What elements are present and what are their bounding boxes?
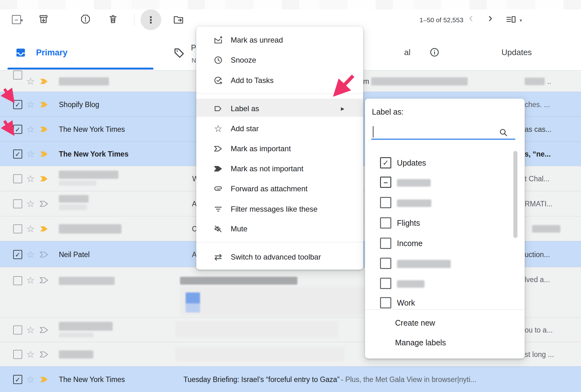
select-dropdown-caret-icon[interactable]: ▾ xyxy=(21,18,23,23)
importance-marker-outline-icon[interactable] xyxy=(39,327,49,333)
importance-marker-icon[interactable] xyxy=(39,225,49,232)
menu-item-label-as[interactable]: Label as xyxy=(196,100,363,117)
row-checkbox[interactable] xyxy=(13,174,22,183)
label-option-work[interactable]: Work xyxy=(365,293,525,309)
move-to-folder-icon xyxy=(173,14,184,25)
tab-updates[interactable]: Updates xyxy=(416,31,573,70)
star-toggle[interactable]: ☆ xyxy=(26,149,35,159)
importance-marker-outline-icon[interactable] xyxy=(39,251,49,258)
redacted-label xyxy=(397,280,424,288)
menu-item-mute[interactable]: Mute xyxy=(196,220,363,237)
sender-name: The New York Times xyxy=(59,125,125,134)
row-checkbox[interactable] xyxy=(13,350,22,359)
row-checkbox[interactable] xyxy=(13,199,22,209)
label-search-input[interactable] xyxy=(371,124,515,139)
importance-marker-outline-icon[interactable] xyxy=(39,200,49,207)
checkbox-unchecked-icon[interactable] xyxy=(380,197,391,208)
archive-button[interactable] xyxy=(38,14,49,24)
redacted-label xyxy=(397,260,451,268)
row-checkbox[interactable] xyxy=(13,70,22,80)
checkbox-unchecked-icon[interactable] xyxy=(380,238,391,249)
star-toggle[interactable]: ☆ xyxy=(26,250,35,259)
star-toggle[interactable]: ☆ xyxy=(26,224,35,234)
menu-item-add-to-tasks[interactable]: Add to Tasks xyxy=(196,72,363,89)
importance-marker-icon[interactable] xyxy=(39,101,49,108)
label-option-redacted[interactable] xyxy=(365,254,525,273)
menu-item-mark-as-unread[interactable]: Mark as unread xyxy=(196,32,363,49)
row-checkbox[interactable] xyxy=(13,325,22,334)
importance-marker-outline-icon[interactable] xyxy=(39,351,49,358)
row-checkbox-checked[interactable]: ✓ xyxy=(13,125,22,134)
redacted-sender xyxy=(59,195,89,203)
sender-name: The New York Times xyxy=(59,150,128,158)
older-page-chevron[interactable]: › xyxy=(488,12,492,24)
star-toggle[interactable]: ☆ xyxy=(26,276,35,285)
info-icon[interactable] xyxy=(429,47,440,58)
star-toggle[interactable]: ☆ xyxy=(26,199,35,209)
snippet-fragment: RMATI... xyxy=(525,200,553,208)
more-options-button-visual[interactable]: ⋮ xyxy=(141,9,161,30)
star-toggle[interactable]: ☆ xyxy=(26,125,35,134)
label-option-redacted[interactable] xyxy=(365,274,525,293)
split-pane-toggle[interactable] xyxy=(505,14,517,25)
menu-item-mark-as-not-important[interactable]: Mark as not important xyxy=(196,160,363,177)
email-row-selected[interactable]: ✓ ☆ The New York Times Tuesday Briefing:… xyxy=(0,366,581,392)
importance-marker-icon[interactable] xyxy=(39,126,49,133)
report-spam-button[interactable] xyxy=(80,14,91,24)
importance-marker-icon[interactable] xyxy=(39,175,49,182)
split-pane-caret-icon[interactable]: ▾ xyxy=(520,18,522,23)
label-option-updates[interactable]: ✓ Updates xyxy=(365,153,525,173)
menu-item-snooze[interactable]: Snooze xyxy=(196,52,363,69)
checkbox-checked-icon[interactable]: ✓ xyxy=(380,157,391,168)
mute-icon xyxy=(213,224,223,234)
email-subject: Tuesday Briefing: Israel’s “forceful ent… xyxy=(183,375,340,384)
manage-labels-button[interactable]: Manage labels xyxy=(395,338,446,347)
row-checkbox[interactable] xyxy=(13,224,22,234)
importance-marker-icon[interactable] xyxy=(39,376,49,383)
menu-item-mark-as-important[interactable]: Mark as important xyxy=(196,140,363,157)
menu-item-switch-toolbar[interactable]: ⇄ Switch to advanced toolbar xyxy=(196,249,363,266)
label-option-income[interactable]: Income xyxy=(365,234,525,253)
checkbox-unchecked-icon[interactable] xyxy=(380,297,391,308)
row-checkbox-checked[interactable]: ✓ xyxy=(13,375,22,384)
importance-marker-icon[interactable] xyxy=(39,78,49,85)
redacted-subject xyxy=(371,77,468,85)
chevron-right-icon: › xyxy=(488,11,492,24)
checkbox-indeterminate-icon[interactable]: – xyxy=(380,177,391,188)
menu-item-add-star[interactable]: ☆ Add star xyxy=(196,120,363,137)
star-toggle[interactable]: ☆ xyxy=(26,375,35,384)
newer-page-chevron[interactable]: ‹ xyxy=(469,12,473,24)
redacted-sender-line2 xyxy=(59,204,87,210)
checkbox-unchecked-icon[interactable] xyxy=(380,258,391,269)
importance-marker-outline-icon[interactable] xyxy=(39,277,49,284)
delete-button[interactable] xyxy=(108,14,118,24)
star-toggle[interactable]: ☆ xyxy=(26,350,35,359)
checkbox-unchecked-icon[interactable] xyxy=(380,278,391,289)
redacted-sender-line2 xyxy=(59,181,96,186)
menu-item-forward-as-attachment[interactable]: Forward as attachment xyxy=(196,180,363,197)
row-checkbox-checked[interactable]: ✓ xyxy=(13,100,22,109)
menu-item-filter-messages[interactable]: Filter messages like these xyxy=(196,201,363,218)
star-toggle[interactable]: ☆ xyxy=(26,174,35,183)
scrollbar-thumb[interactable] xyxy=(513,151,517,238)
tab-primary[interactable]: Primary xyxy=(8,31,153,70)
move-to-button[interactable] xyxy=(173,14,184,25)
select-all-checkbox[interactable]: – xyxy=(12,15,21,24)
paperclip-icon xyxy=(213,184,223,193)
create-new-label-button[interactable]: Create new xyxy=(395,318,435,328)
redacted-sender xyxy=(59,171,118,179)
star-toggle[interactable]: ☆ xyxy=(26,325,35,335)
row-checkbox[interactable] xyxy=(13,276,22,285)
row-checkbox-checked[interactable]: ✓ xyxy=(13,250,22,259)
row-checkbox-checked[interactable]: ✓ xyxy=(13,150,22,159)
checkbox-unchecked-icon[interactable] xyxy=(380,217,391,229)
gmail-window: – ▾ xyxy=(0,0,581,392)
star-toggle[interactable]: ☆ xyxy=(26,77,35,86)
snippet-fragment: .. xyxy=(547,77,551,85)
label-option-redacted[interactable]: – xyxy=(365,173,525,192)
active-tab-underline xyxy=(8,68,153,70)
label-option-flights[interactable]: Flights xyxy=(365,213,525,233)
importance-marker-icon[interactable] xyxy=(39,151,49,157)
star-toggle[interactable]: ☆ xyxy=(26,100,35,109)
label-option-redacted[interactable] xyxy=(365,193,525,212)
